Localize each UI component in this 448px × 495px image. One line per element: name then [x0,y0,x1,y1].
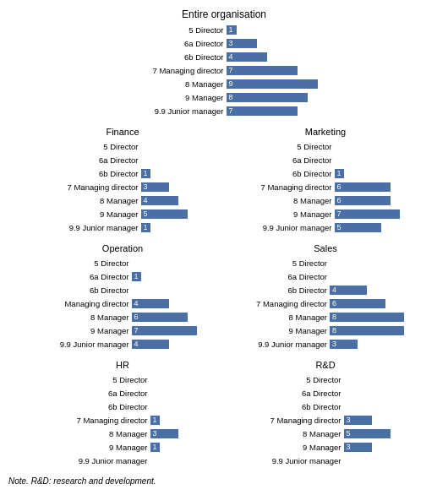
bar: 7 [227,106,298,116]
bar: 1 [141,223,150,232]
bar-value: 3 [347,443,351,451]
chart-row: 9.9 Junior manager7 [131,105,318,117]
row-label: 9.9 Junior manager [261,456,341,465]
bar: 6 [330,299,385,308]
bar: 7 [335,209,400,219]
row-label: 5 Director [58,142,139,151]
chart-row: 8 Manager8 [247,311,404,323]
bar: 3 [141,182,169,192]
sales-chart: 5 Director6a Director6b Director47 Manag… [247,257,404,351]
chart-row: 8 Manager6 [49,311,197,323]
hr-block: HR 5 Director6a Director6b Director7 Man… [25,360,220,468]
chart-row: 7 Managing director3 [261,414,391,426]
row-label: 7 Managing director [252,182,332,192]
chart-row: 7 Managing director7 [131,64,318,76]
chart-row: 9.9 Junior manager5 [252,221,400,233]
row-operation-sales: Operation 5 Director6a Director16b Direc… [8,243,440,351]
chart-row: 8 Manager3 [68,427,178,439]
row-label: 5 Director [252,142,332,151]
row-label: 9.9 Junior manager [247,340,327,349]
row-label: 7 Managing director [261,416,341,425]
chart-row: 9 Manager3 [261,441,391,453]
chart-row: 9 Manager8 [131,91,318,103]
bar-value: 3 [153,429,157,438]
row-label: 9.9 Junior manager [131,106,224,116]
chart-row: 6a Director [247,270,404,282]
bar: 3 [330,340,358,349]
bar-value: 5 [337,223,341,231]
bar: 4 [141,196,178,205]
chart-row: 9.9 Junior manager [68,454,178,466]
chart-row: 8 Manager4 [58,194,188,206]
bar-value: 4 [229,52,233,61]
row-label: 6b Director [261,402,341,411]
bar-value: 4 [332,286,336,294]
bar: 3 [344,416,372,425]
bar: 1 [227,25,237,35]
chart-row: 5 Director [247,257,404,269]
operation-chart: 5 Director6a Director16b DirectorManagin… [49,257,197,351]
row-label: 9 Manager [252,209,332,219]
chart-row: 6b Director4 [247,284,404,296]
row-label: 8 Manager [252,196,332,205]
chart-row: 6a Director [58,154,188,166]
bar-value: 4 [144,196,148,204]
bar: 8 [330,313,404,322]
row-label: 6a Director [49,272,129,281]
chart-row: 9 Manager8 [247,324,404,336]
chart-row: 6b Director [68,400,178,412]
bar-value: 7 [337,209,341,218]
row-label: 9 Manager [68,443,148,452]
row-label: 5 Director [131,25,224,35]
chart-row: 9.9 Junior manager [261,454,391,466]
finance-title: Finance [106,127,139,137]
bar-value: 7 [229,106,233,115]
row-hr-rd: HR 5 Director6a Director6b Director7 Man… [8,360,440,468]
chart-row: 9 Manager7 [49,324,197,336]
bar: 3 [344,443,372,452]
bar: 1 [132,272,141,281]
chart-row: 8 Manager9 [131,78,318,90]
chart-row: 7 Managing director1 [68,414,178,426]
bar-value: 1 [144,223,148,231]
row-label: 8 Manager [261,429,341,438]
chart-row: 8 Manager5 [261,427,391,439]
chart-row: 9 Manager5 [58,208,188,220]
chart-row: 7 Managing director3 [58,181,188,193]
row-label: 7 Managing director [58,182,139,192]
bar-value: 6 [134,313,139,321]
row-label: 6a Director [58,155,139,165]
chart-row: 6a Director [261,387,391,399]
bar-value: 1 [153,416,157,424]
chart-row: 6b Director1 [58,167,188,179]
hr-chart: 5 Director6a Director6b Director7 Managi… [68,373,178,468]
bar-value: 1 [337,169,341,177]
chart-row: 6b Director4 [131,51,318,63]
bar: 5 [344,429,391,438]
chart-row: 7 Managing director6 [252,181,400,193]
operation-title: Operation [102,243,143,253]
row-label: 8 Manager [68,429,148,438]
bar: 5 [335,223,381,232]
row-label: 6a Director [68,389,148,398]
bar-value: 8 [332,313,336,321]
bar: 5 [141,209,188,219]
chart-row: 5 Director [68,373,178,385]
rd-chart: 5 Director6a Director6b Director7 Managi… [261,373,391,468]
marketing-chart: 5 Director6a Director6b Director17 Manag… [252,140,400,235]
row-label: 5 Director [261,375,341,384]
bar-value: 6 [332,299,336,307]
row-label: 6b Director [68,402,148,411]
row-label: 8 Manager [247,313,327,322]
row-label: 6a Director [261,389,341,398]
row-label: 6a Director [131,39,224,48]
row-label: 6a Director [252,155,332,165]
row-label: 9.9 Junior manager [49,340,129,349]
chart-row: 6b Director [261,400,391,412]
bar-value: 3 [144,182,148,191]
chart-row: 9.9 Junior manager3 [247,338,404,350]
bar-value: 6 [337,196,341,204]
rd-title: R&D [315,360,335,370]
row-label: 5 Director [247,258,327,268]
chart-row: 6b Director [49,284,197,296]
